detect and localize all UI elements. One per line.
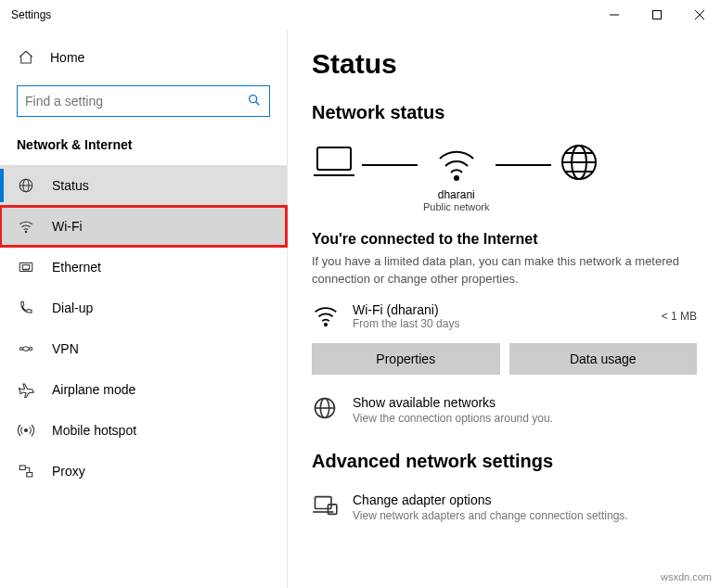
close-button[interactable] xyxy=(678,0,721,30)
wifi-icon xyxy=(312,301,340,332)
sidebar-item-label: Mobile hotspot xyxy=(52,423,136,438)
section-title: Network status xyxy=(312,102,697,123)
sidebar-item-proxy[interactable]: Proxy xyxy=(0,451,287,492)
svg-rect-32 xyxy=(315,496,332,508)
svg-point-15 xyxy=(19,348,22,351)
vpn-icon xyxy=(17,339,35,358)
connected-desc: If you have a limited data plan, you can… xyxy=(312,253,697,288)
maximize-button[interactable] xyxy=(636,0,678,30)
sidebar-item-label: Airplane mode xyxy=(52,382,135,397)
search-input[interactable] xyxy=(25,92,247,110)
sidebar-item-airplane[interactable]: Airplane mode xyxy=(0,369,287,410)
svg-line-5 xyxy=(256,101,260,105)
adapter-options-row[interactable]: Change adapter options View network adap… xyxy=(312,492,697,522)
nav-home[interactable]: Home xyxy=(0,39,287,76)
svg-rect-20 xyxy=(317,147,351,170)
ethernet-icon xyxy=(17,258,35,276)
sidebar-group-title: Network & Internet xyxy=(0,134,287,165)
sidebar-item-label: Dial-up xyxy=(52,300,93,315)
sidebar: Home Network & Internet Status Wi-Fi xyxy=(0,30,288,588)
nav-home-label: Home xyxy=(50,50,84,65)
svg-rect-1 xyxy=(653,11,662,19)
content-pane: Status Network status dharani Public net… xyxy=(288,30,721,588)
svg-rect-19 xyxy=(27,473,32,478)
sidebar-item-label: Wi-Fi xyxy=(52,219,83,234)
phone-icon xyxy=(17,299,35,317)
sidebar-item-hotspot[interactable]: Mobile hotspot xyxy=(0,410,287,451)
data-usage-button[interactable]: Data usage xyxy=(509,343,698,375)
globe-icon xyxy=(17,176,35,195)
svg-point-16 xyxy=(30,348,32,351)
hotspot-icon xyxy=(17,421,35,440)
sidebar-item-vpn[interactable]: VPN xyxy=(0,328,287,369)
properties-button[interactable]: Properties xyxy=(312,343,500,375)
watermark: wsxdn.com xyxy=(661,571,712,582)
wifi-icon xyxy=(17,217,35,236)
advanced-title: Advanced network settings xyxy=(312,451,697,472)
connection-name: Wi-Fi (dharani) xyxy=(353,302,459,317)
connected-heading: You're connected to the Internet xyxy=(312,231,697,248)
connection-item: Wi-Fi (dharani) From the last 30 days < … xyxy=(312,301,697,332)
sidebar-item-label: VPN xyxy=(52,341,79,356)
sidebar-item-ethernet[interactable]: Ethernet xyxy=(0,247,287,288)
adapter-title: Change adapter options xyxy=(353,492,628,507)
search-icon xyxy=(247,93,262,110)
adapter-desc: View network adapters and change connect… xyxy=(353,509,628,522)
diagram-wifi: dharani Public network xyxy=(423,140,490,212)
sidebar-item-dialup[interactable]: Dial-up xyxy=(0,288,287,328)
svg-point-9 xyxy=(25,231,27,233)
show-networks-row[interactable]: Show available networks View the connect… xyxy=(312,395,697,425)
minimize-button[interactable] xyxy=(593,0,636,30)
sidebar-item-label: Proxy xyxy=(52,464,85,479)
diagram-network-type: Public network xyxy=(423,201,490,212)
connection-sub: From the last 30 days xyxy=(353,317,459,330)
search-box[interactable] xyxy=(17,85,270,117)
globe-icon xyxy=(312,395,338,424)
sidebar-item-label: Status xyxy=(52,178,89,193)
svg-point-22 xyxy=(455,176,458,180)
page-title: Status xyxy=(312,48,697,80)
window-title: Settings xyxy=(11,8,51,21)
sidebar-item-status[interactable]: Status xyxy=(0,165,287,206)
sidebar-item-wifi[interactable]: Wi-Fi xyxy=(0,206,287,247)
network-diagram: dharani Public network xyxy=(312,140,697,212)
svg-point-4 xyxy=(250,95,257,102)
proxy-icon xyxy=(17,462,35,480)
show-networks-title: Show available networks xyxy=(353,395,553,410)
svg-rect-18 xyxy=(19,466,25,470)
home-icon xyxy=(17,48,35,67)
diagram-pc xyxy=(312,140,356,212)
titlebar: Settings xyxy=(0,0,721,30)
svg-point-17 xyxy=(25,429,28,432)
diagram-network-name: dharani xyxy=(438,188,475,201)
show-networks-desc: View the connection options around you. xyxy=(353,412,553,425)
svg-point-28 xyxy=(325,323,328,326)
airplane-icon xyxy=(17,380,35,399)
adapter-icon xyxy=(312,492,338,521)
svg-rect-11 xyxy=(22,265,30,270)
diagram-globe xyxy=(557,140,601,212)
sidebar-item-label: Ethernet xyxy=(52,260,101,275)
connection-usage: < 1 MB xyxy=(662,310,697,323)
